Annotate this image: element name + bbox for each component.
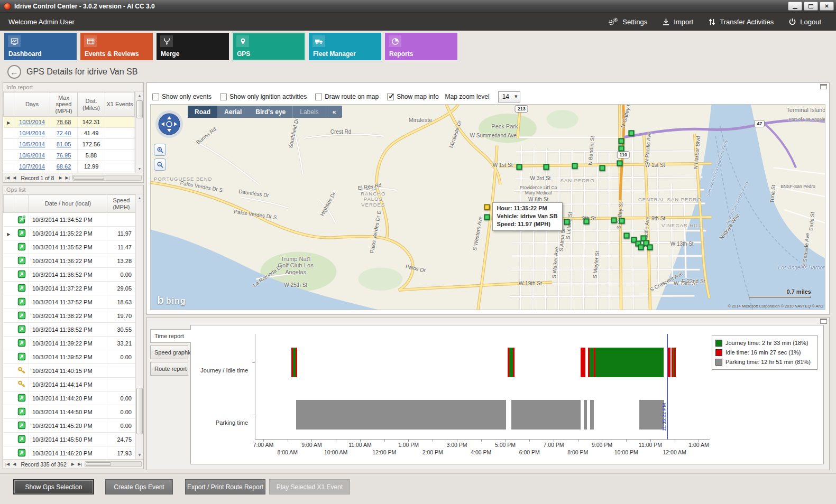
pager-first-button[interactable] <box>5 175 10 180</box>
maximize-button[interactable] <box>804 2 818 11</box>
map-zoom-in-button[interactable] <box>154 144 166 156</box>
gps-marker[interactable] <box>544 164 549 170</box>
info-report-vscrollbar[interactable] <box>135 92 143 173</box>
nav-tile-merge[interactable]: Merge <box>157 33 229 60</box>
gps-marker[interactable] <box>517 164 522 170</box>
gps-marker[interactable] <box>611 217 617 223</box>
export-print-route-report-button[interactable]: Export / Print Route Report <box>185 479 265 494</box>
checkbox-draw-route-on-map[interactable]: Draw route on map <box>315 93 379 100</box>
table-row[interactable]: 10/3/2014 11:44:50 PM0.00 <box>4 405 136 419</box>
time-cursor-line[interactable] <box>667 334 668 440</box>
day-link[interactable]: 10/7/2014 <box>19 163 45 170</box>
table-row[interactable]: 10/3/2014 11:39:22 PM33.21 <box>4 337 136 350</box>
pager-prev-button[interactable] <box>12 462 16 466</box>
day-link[interactable]: 10/4/2014 <box>19 130 45 136</box>
map-panel-collapse-button[interactable] <box>820 84 827 89</box>
tab-speed-graphic[interactable]: Speed graphic <box>150 346 188 359</box>
pager-last-button[interactable] <box>65 175 70 180</box>
table-row[interactable]: 10/3/2014 11:40:15 PM <box>4 364 136 378</box>
pager-hscrollbar[interactable] <box>72 175 142 181</box>
table-row[interactable]: 10/3/2014 11:36:22 PM13.28 <box>4 254 136 268</box>
max-speed-link[interactable]: 76.95 <box>57 152 71 158</box>
table-row[interactable]: 10/3/2014 11:38:22 PM19.70 <box>4 309 136 323</box>
scroll-down-icon[interactable] <box>136 452 143 459</box>
gps-marker[interactable] <box>564 219 569 225</box>
map-tab-road[interactable]: Road <box>188 106 217 118</box>
chart-panel-collapse-button[interactable] <box>820 319 827 324</box>
scroll-down-icon[interactable] <box>136 165 143 173</box>
nav-tile-dashboard[interactable]: Dashboard <box>4 33 77 60</box>
column-header-dist-miles[interactable]: Dist. (Miles) <box>78 92 105 117</box>
scrollbar-thumb[interactable] <box>74 176 104 180</box>
gps-list-vscrollbar[interactable] <box>135 194 143 459</box>
pager-last-button[interactable] <box>77 462 82 466</box>
gps-marker[interactable] <box>572 163 577 169</box>
pager-first-button[interactable] <box>5 462 10 466</box>
map-tab-aerial[interactable]: Aerial <box>217 106 249 118</box>
table-row[interactable]: 10/3/2014 11:44:20 PM0.00 <box>4 391 136 405</box>
pager-prev-button[interactable] <box>12 175 16 180</box>
gps-marker[interactable] <box>618 138 624 144</box>
tab-time-report[interactable]: Time report <box>150 329 191 343</box>
checkbox-show-only-ignition-activities[interactable]: Show only ignition activities <box>220 93 307 100</box>
column-header-date-hour-local[interactable]: Date / hour (local) <box>29 195 107 213</box>
gps-marker[interactable] <box>618 146 624 152</box>
back-button[interactable] <box>7 65 21 79</box>
map-canvas[interactable]: MiralestePeck ParkW Summerland AveCrest … <box>150 104 825 310</box>
checkbox-show-map-info[interactable]: Show map info <box>387 93 438 100</box>
map-zoom-out-button[interactable] <box>154 158 166 171</box>
column-header-days[interactable]: Days <box>14 92 50 117</box>
table-row[interactable]: 10/3/2014 11:45:20 PM0.00 <box>4 419 136 433</box>
nav-tile-reports[interactable]: Reports <box>385 33 457 60</box>
close-button[interactable] <box>820 2 834 11</box>
nav-tile-events[interactable]: Events & Reviews <box>80 33 153 60</box>
column-header-max-speed-mph[interactable]: Max speed (MPH) <box>50 92 78 117</box>
table-row[interactable]: 10/3/2014 11:35:52 PM11.47 <box>4 240 136 254</box>
settings-button[interactable]: Settings <box>607 17 647 26</box>
gps-marker[interactable] <box>638 245 644 250</box>
transfer-button[interactable]: Transfer Activities <box>708 18 774 26</box>
day-link[interactable]: 10/6/2014 <box>19 152 45 158</box>
map-tab-bird-s-eye[interactable]: Bird's eye <box>249 106 292 118</box>
max-speed-link[interactable]: 78.68 <box>57 119 71 125</box>
table-row[interactable]: 10/3/2014 11:36:52 PM0.00 <box>4 268 136 282</box>
map-tabs-collapse-button[interactable]: « <box>326 106 343 118</box>
max-speed-link[interactable]: 68.62 <box>57 163 71 170</box>
table-row[interactable]: 10/3/2014 11:46:20 PM17.93 <box>4 446 136 460</box>
map-tab-labels[interactable]: Labels <box>292 106 325 118</box>
table-row[interactable]: 10/6/201476.955.88 <box>4 150 135 161</box>
scrollbar-thumb[interactable] <box>86 462 111 466</box>
minimize-button[interactable] <box>788 2 802 11</box>
table-row[interactable]: 10/3/2014 11:38:52 PM30.55 <box>4 323 136 337</box>
checkbox-show-only-events[interactable]: Show only events <box>152 93 212 100</box>
map-zoom-select[interactable]: 14 <box>498 91 520 102</box>
gps-marker[interactable] <box>600 165 605 171</box>
table-row[interactable]: 10/3/2014 11:34:52 PM <box>4 213 136 227</box>
gps-marker[interactable] <box>629 130 635 136</box>
nav-tile-fleet[interactable]: Fleet Manager <box>309 33 381 60</box>
scroll-up-icon[interactable] <box>136 194 143 202</box>
pager-hscrollbar[interactable] <box>85 461 142 467</box>
table-row[interactable]: 10/5/201481.05172.56 <box>4 139 135 150</box>
table-row[interactable]: 10/3/2014 11:44:14 PM <box>4 378 136 391</box>
scroll-up-icon[interactable] <box>136 92 143 99</box>
column-header-x1-events[interactable]: X1 Events <box>105 92 135 117</box>
scrollbar-thumb[interactable] <box>136 388 143 434</box>
max-speed-link[interactable]: 72.40 <box>57 130 71 136</box>
create-gps-event-button[interactable]: Create Gps Event <box>105 479 173 494</box>
gps-marker[interactable] <box>617 161 623 166</box>
day-link[interactable]: 10/5/2014 <box>19 141 45 147</box>
map-compass-control[interactable] <box>155 110 183 141</box>
table-row[interactable]: 10/3/2014 11:45:50 PM24.75 <box>4 433 136 446</box>
gps-marker[interactable] <box>484 214 490 220</box>
pager-next-button[interactable] <box>58 175 62 180</box>
gps-marker[interactable] <box>647 245 653 250</box>
import-button[interactable]: Import <box>662 18 693 26</box>
tab-route-report[interactable]: Route report <box>150 362 188 376</box>
gps-marker[interactable] <box>619 218 625 223</box>
table-row[interactable]: 10/3/2014 11:37:22 PM29.05 <box>4 282 136 295</box>
pager-next-button[interactable] <box>71 462 75 466</box>
gps-marker[interactable] <box>583 218 589 224</box>
table-row[interactable]: 10/3/2014 11:37:52 PM18.63 <box>4 295 136 309</box>
column-header-speed-mph[interactable]: Speed (MPH) <box>107 195 136 213</box>
